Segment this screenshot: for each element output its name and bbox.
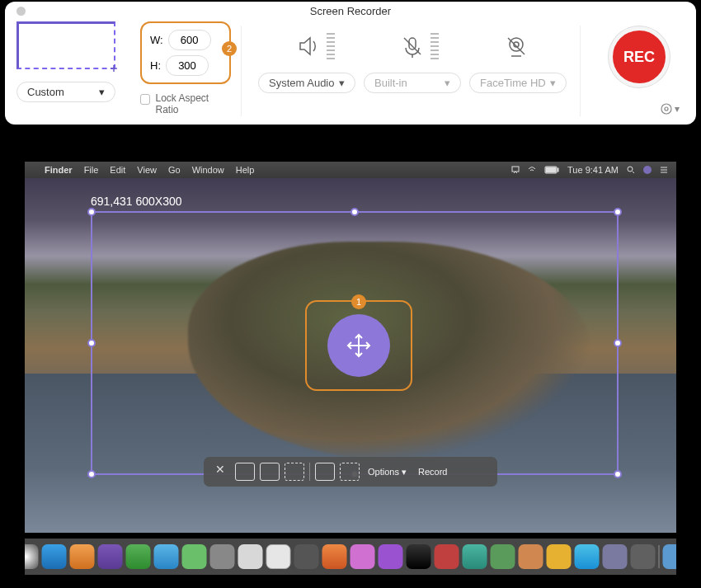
system-audio-level [327,33,335,59]
lock-aspect-row[interactable]: Lock Aspect Ratio [140,92,231,115]
search-icon[interactable] [627,166,635,174]
dimension-block: 2 W: H: Lock Aspect Ratio [140,21,231,115]
control-center-icon[interactable] [660,166,668,174]
camera-toggle[interactable] [503,33,529,59]
chevron-down-icon: ▾ [445,77,450,89]
selection-coord-label: 691,431 600X300 [91,195,182,208]
width-input[interactable] [168,30,211,50]
dock-downloads[interactable] [663,544,677,569]
resize-handle[interactable] [87,208,96,216]
system-audio-select[interactable]: System Audio ▾ [258,73,355,93]
menubar-item[interactable]: View [137,165,157,175]
dock-app[interactable] [98,544,123,569]
dock-app-appstore[interactable] [575,544,600,569]
resize-handle[interactable] [350,208,359,216]
wifi-icon[interactable] [528,166,536,174]
dock-app-maps[interactable] [154,544,179,569]
window-close-dot[interactable] [16,7,26,16]
separator [241,26,242,116]
resize-handle[interactable] [614,339,622,347]
toolbar: Custom ▾ 2 W: H: Lock Aspect Ratio [5,18,696,125]
dock-app[interactable] [463,544,487,569]
svg-rect-10 [558,168,558,172]
dock-app[interactable] [379,544,403,569]
settings-button[interactable]: ▾ [660,102,680,115]
camera-select[interactable]: FaceTime HD ▾ [469,73,567,93]
dock[interactable] [25,539,676,575]
chevron-down-icon: ▾ [339,77,345,89]
region-group: Custom ▾ [16,21,132,102]
macos-capture-bar[interactable]: ✕ Options ▾ Record [204,457,497,487]
capture-options-button[interactable]: Options ▾ [365,467,410,477]
dock-app[interactable] [210,544,235,569]
wallpaper: 691,431 600X300 1 ✕ [25,178,676,533]
record-group: REC ▾ [594,21,685,115]
menubar-item[interactable]: Go [168,165,181,175]
dock-app[interactable] [294,544,319,569]
capture-close-icon[interactable]: ✕ [210,463,230,481]
dock-app[interactable] [491,544,515,569]
chevron-down-icon: ▾ [550,77,556,89]
dock-app-safari[interactable] [25,544,39,569]
record-selection-icon[interactable] [340,463,360,481]
capture-screen-icon[interactable] [235,463,255,481]
desktop-preview: Finder File Edit View Go Window Help Tue… [25,162,676,580]
dock-app-facetime[interactable] [182,544,207,569]
chevron-down-icon: ▾ [675,103,680,115]
dock-app[interactable] [238,544,263,569]
dock-app-music[interactable] [322,544,347,569]
lock-aspect-label: Lock Aspect Ratio [155,92,231,115]
dock-app[interactable] [70,544,95,569]
resize-handle[interactable] [614,470,622,478]
airplay-icon[interactable] [511,166,520,174]
siri-icon[interactable] [643,166,652,174]
dock-app-calendar[interactable] [266,544,291,569]
svg-point-6 [661,104,671,114]
region-mode-select[interactable]: Custom ▾ [16,82,115,102]
webcam-off-icon [503,33,529,59]
move-region-handle[interactable] [327,314,390,377]
svg-rect-7 [512,167,519,172]
menubar-item[interactable]: Window [192,165,224,175]
lock-aspect-checkbox[interactable] [140,94,150,105]
menubar-item[interactable]: File [84,165,99,175]
capture-record-button[interactable]: Record [415,467,450,477]
menubar-app[interactable]: Finder [45,165,73,175]
menubar-time[interactable]: Tue 9:41 AM [567,165,619,175]
record-screen-icon[interactable] [315,463,335,481]
dock-app-news[interactable] [435,544,459,569]
resize-handle[interactable] [614,208,622,216]
battery-icon[interactable] [544,166,559,174]
wh-group: 2 W: H: [140,21,231,84]
resize-handle[interactable] [87,339,96,347]
height-input[interactable] [166,55,209,76]
region-preview[interactable] [16,21,115,69]
dock-app-tv[interactable] [407,544,431,569]
dock-app[interactable] [519,544,543,569]
audio-group: System Audio ▾ Built-in ▾ FaceTime HD ▾ [255,21,570,93]
capture-selection-icon[interactable] [285,463,304,481]
dock-app[interactable] [547,544,572,569]
recorder-window: Screen Recorder Custom ▾ 2 W: H [5,2,696,125]
dock-app-mail[interactable] [42,544,67,569]
dock-app-messages[interactable] [126,544,151,569]
mic-device-select[interactable]: Built-in ▾ [364,73,461,93]
dock-app-podcasts[interactable] [350,544,375,569]
menubar-item[interactable]: Edit [110,165,125,175]
dock-app-settings[interactable] [631,544,656,569]
resize-handle[interactable] [87,470,96,478]
menubar-item[interactable]: Help [236,165,255,175]
capture-window-icon[interactable] [260,463,280,481]
system-audio-toggle[interactable] [295,33,335,59]
mic-off-icon [399,33,426,59]
mic-toggle[interactable] [399,33,439,59]
resize-handle-icon [109,64,119,73]
system-audio-label: System Audio [269,77,335,89]
dock-app[interactable] [603,544,628,569]
callout-badge-2: 2 [222,41,237,56]
move-region-callout: 1 [305,300,412,391]
region-mode-label: Custom [27,86,64,98]
chevron-down-icon: ▾ [99,86,105,98]
window-title: Screen Recorder [310,5,391,17]
record-button[interactable]: REC [609,26,670,87]
